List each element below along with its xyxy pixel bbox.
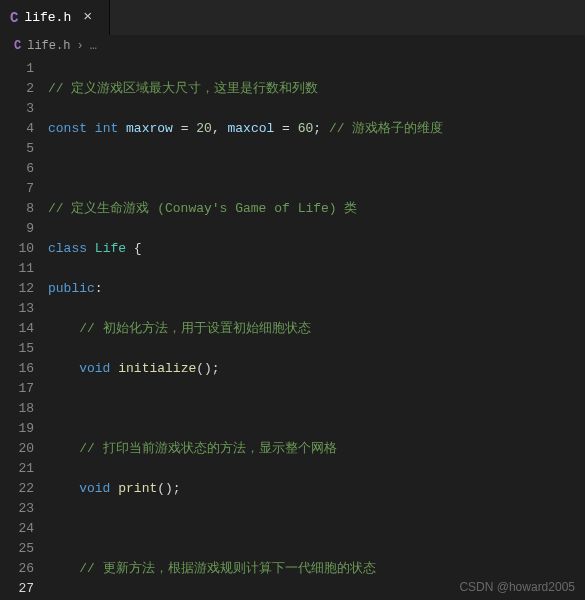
editor-tab-life-h[interactable]: C life.h × <box>0 0 110 35</box>
chevron-right-icon: › <box>76 39 83 53</box>
line-number: 8 <box>0 199 34 219</box>
line-number: 23 <box>0 499 34 519</box>
breadcrumb-file: life.h <box>27 39 70 53</box>
close-icon[interactable]: × <box>83 9 92 26</box>
line-number: 13 <box>0 299 34 319</box>
line-number: 20 <box>0 439 34 459</box>
line-number: 26 <box>0 559 34 579</box>
line-number: 11 <box>0 259 34 279</box>
line-number: 2 <box>0 79 34 99</box>
line-number: 25 <box>0 539 34 559</box>
code-line: class Life { <box>48 239 506 259</box>
code-line <box>48 159 506 179</box>
breadcrumb-trailing: … <box>90 39 97 53</box>
code-line: // 打印当前游戏状态的方法，显示整个网格 <box>48 439 506 459</box>
line-number: 4 <box>0 119 34 139</box>
line-number: 18 <box>0 399 34 419</box>
line-number: 1 <box>0 59 34 79</box>
watermark: CSDN @howard2005 <box>459 580 575 594</box>
line-number: 19 <box>0 419 34 439</box>
line-number: 21 <box>0 459 34 479</box>
line-number: 5 <box>0 139 34 159</box>
line-number: 24 <box>0 519 34 539</box>
code-content[interactable]: // 定义游戏区域最大尺寸，这里是行数和列数 const int maxrow … <box>48 57 506 600</box>
c-file-icon: C <box>14 39 21 53</box>
line-number: 27 <box>0 579 34 599</box>
line-number: 12 <box>0 279 34 299</box>
line-number: 9 <box>0 219 34 239</box>
line-number: 7 <box>0 179 34 199</box>
line-number: 14 <box>0 319 34 339</box>
line-number: 3 <box>0 99 34 119</box>
code-line <box>48 519 506 539</box>
line-number: 16 <box>0 359 34 379</box>
c-file-icon: C <box>10 10 18 26</box>
code-line: // 初始化方法，用于设置初始细胞状态 <box>48 319 506 339</box>
line-number: 15 <box>0 339 34 359</box>
line-number: 22 <box>0 479 34 499</box>
breadcrumb[interactable]: C life.h › … <box>0 35 585 57</box>
code-line: void initialize(); <box>48 359 506 379</box>
tab-file-name: life.h <box>24 10 71 25</box>
line-number: 6 <box>0 159 34 179</box>
code-line: void print(); <box>48 479 506 499</box>
tab-bar: C life.h × <box>0 0 585 35</box>
line-number: 10 <box>0 239 34 259</box>
editor-area: 1234567891011121314151617181920212223242… <box>0 57 585 600</box>
code-line: // 定义生命游戏 (Conway's Game of Life) 类 <box>48 199 506 219</box>
code-line: const int maxrow = 20, maxcol = 60; // 游… <box>48 119 506 139</box>
code-line: // 更新方法，根据游戏规则计算下一代细胞的状态 <box>48 559 506 579</box>
line-number-gutter: 1234567891011121314151617181920212223242… <box>0 57 48 600</box>
code-line <box>48 399 506 419</box>
line-number: 17 <box>0 379 34 399</box>
code-line: public: <box>48 279 506 299</box>
code-line: // 定义游戏区域最大尺寸，这里是行数和列数 <box>48 79 506 99</box>
